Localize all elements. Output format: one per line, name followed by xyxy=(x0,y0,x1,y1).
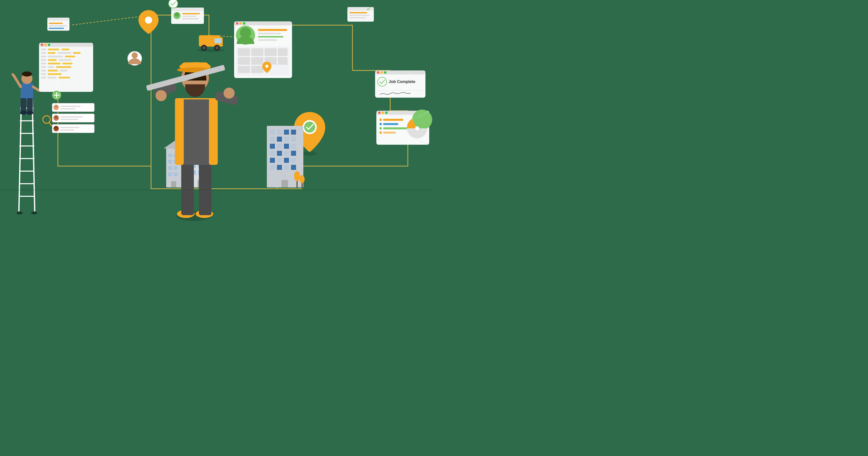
svg-point-153 xyxy=(415,126,419,130)
svg-point-100 xyxy=(216,46,218,49)
svg-rect-45 xyxy=(73,52,81,54)
job-complete-text: Job Complete xyxy=(389,79,415,84)
svg-rect-58 xyxy=(59,77,70,78)
svg-point-84 xyxy=(145,17,152,24)
svg-rect-195 xyxy=(284,137,289,142)
svg-rect-210 xyxy=(277,165,282,170)
svg-rect-60 xyxy=(47,18,69,21)
svg-rect-201 xyxy=(270,151,275,156)
svg-rect-57 xyxy=(48,77,57,78)
svg-point-76 xyxy=(54,115,58,119)
svg-rect-93 xyxy=(182,18,198,20)
svg-point-140 xyxy=(378,111,381,114)
svg-rect-196 xyxy=(291,137,296,142)
svg-rect-47 xyxy=(65,56,75,57)
svg-rect-206 xyxy=(277,158,282,163)
svg-rect-53 xyxy=(56,66,71,68)
svg-rect-114 xyxy=(238,48,250,56)
svg-rect-41 xyxy=(48,48,59,50)
svg-rect-191 xyxy=(284,130,289,135)
svg-rect-168 xyxy=(174,172,178,176)
svg-rect-224 xyxy=(181,99,212,165)
svg-rect-167 xyxy=(168,172,172,176)
svg-rect-39 xyxy=(41,73,46,75)
svg-rect-83 xyxy=(60,129,74,131)
svg-rect-115 xyxy=(251,48,263,56)
svg-rect-198 xyxy=(277,144,282,149)
svg-rect-88 xyxy=(171,7,204,11)
svg-point-147 xyxy=(379,127,382,130)
svg-point-31 xyxy=(48,43,50,46)
svg-rect-56 xyxy=(48,73,62,75)
svg-rect-48 xyxy=(48,59,57,61)
svg-rect-205 xyxy=(270,158,275,163)
svg-rect-148 xyxy=(383,127,407,129)
svg-point-124 xyxy=(265,65,268,68)
svg-rect-122 xyxy=(238,66,250,73)
svg-point-29 xyxy=(41,43,43,46)
svg-rect-197 xyxy=(270,144,275,149)
svg-rect-40 xyxy=(41,77,46,78)
svg-point-217 xyxy=(300,175,305,183)
svg-rect-63 xyxy=(49,28,64,29)
svg-rect-163 xyxy=(168,160,172,164)
svg-rect-111 xyxy=(258,36,283,37)
svg-rect-209 xyxy=(270,165,275,170)
svg-point-237 xyxy=(223,88,235,99)
svg-rect-165 xyxy=(168,166,172,170)
svg-rect-43 xyxy=(48,52,55,54)
svg-point-135 xyxy=(384,71,386,74)
svg-rect-146 xyxy=(383,123,398,125)
svg-rect-213 xyxy=(281,180,288,188)
svg-point-98 xyxy=(203,46,206,49)
svg-rect-199 xyxy=(284,144,289,149)
svg-rect-221 xyxy=(181,161,194,215)
svg-rect-78 xyxy=(60,119,78,120)
svg-point-81 xyxy=(54,126,58,129)
svg-point-26 xyxy=(27,111,33,115)
svg-rect-33 xyxy=(41,52,46,54)
svg-rect-46 xyxy=(48,56,63,57)
svg-rect-189 xyxy=(270,130,275,135)
svg-rect-204 xyxy=(291,151,296,156)
svg-rect-32 xyxy=(41,48,46,50)
svg-rect-117 xyxy=(278,48,287,56)
svg-rect-50 xyxy=(48,63,60,64)
svg-rect-92 xyxy=(182,15,196,17)
svg-point-16 xyxy=(31,211,37,215)
svg-rect-192 xyxy=(291,130,296,135)
svg-rect-54 xyxy=(48,70,58,71)
svg-rect-203 xyxy=(284,151,289,156)
svg-rect-42 xyxy=(62,48,69,50)
svg-rect-161 xyxy=(168,154,172,157)
svg-rect-52 xyxy=(48,66,54,68)
svg-point-90 xyxy=(175,12,179,17)
svg-rect-38 xyxy=(41,70,46,71)
svg-rect-190 xyxy=(277,130,282,135)
svg-rect-200 xyxy=(291,144,296,149)
svg-point-145 xyxy=(379,123,382,125)
svg-rect-44 xyxy=(57,52,71,54)
svg-rect-110 xyxy=(258,33,281,34)
svg-point-25 xyxy=(20,111,27,115)
svg-point-30 xyxy=(44,43,47,46)
svg-point-133 xyxy=(377,71,379,74)
svg-rect-82 xyxy=(60,127,79,128)
svg-rect-109 xyxy=(258,29,287,31)
svg-rect-96 xyxy=(215,38,221,43)
svg-point-101 xyxy=(196,49,224,52)
svg-rect-17 xyxy=(21,83,33,99)
svg-point-71 xyxy=(54,105,58,108)
svg-rect-62 xyxy=(49,25,66,26)
svg-point-104 xyxy=(236,22,239,25)
svg-point-236 xyxy=(156,90,167,101)
svg-rect-194 xyxy=(277,137,282,142)
svg-rect-49 xyxy=(59,59,71,61)
svg-rect-129 xyxy=(349,14,370,16)
svg-rect-119 xyxy=(251,57,263,65)
svg-rect-130 xyxy=(349,17,366,19)
svg-rect-61 xyxy=(49,23,63,24)
svg-point-158 xyxy=(302,152,317,156)
svg-rect-193 xyxy=(270,137,275,142)
svg-point-134 xyxy=(380,71,383,74)
